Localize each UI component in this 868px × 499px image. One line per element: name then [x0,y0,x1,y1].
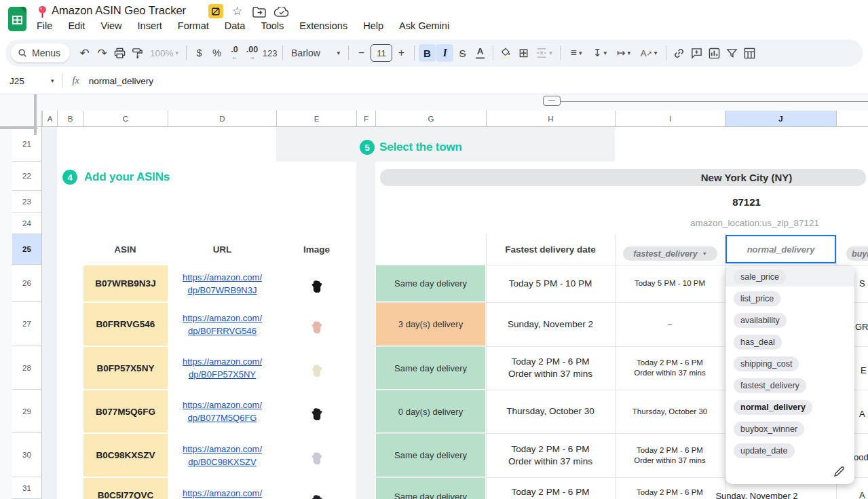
url-link[interactable]: https://amazon.com/ [183,271,262,284]
fastest-date-cell[interactable]: Thursday, October 30 [487,390,614,433]
url-cell[interactable]: https://amazon.com/ dp/B0FRRVG546 [169,302,276,346]
asin-cell[interactable]: B0C98KXSZV [83,434,168,477]
url-cell[interactable]: https://amazon.com/ dp/B07WRB9N3J [169,265,276,302]
asin-cell[interactable]: B0FRRVG546 [83,303,168,346]
image-cell[interactable] [277,346,356,390]
url-link[interactable]: https://amazon.com/ [183,487,262,499]
header-asin[interactable]: ASIN [83,234,167,265]
row-header-25[interactable]: 25 [12,234,42,265]
speed-cell[interactable]: Same day delivery [376,478,485,499]
document-title[interactable]: Amazon ASIN Geo Tracker [52,4,186,17]
move-folder-icon[interactable] [252,7,266,18]
url-link[interactable]: https://amazon.com/ [183,355,262,368]
dropdown-option-update-date[interactable]: update_date [734,443,795,458]
menu-format[interactable]: Format [176,20,210,32]
normal-delivery-cell[interactable]: – [616,302,724,346]
fastest-date-cell[interactable]: Today 2 PM - 6 PMOrder within 37 mins [487,433,614,477]
font-selector[interactable]: Barlow ▾ [287,44,344,62]
speed-cell[interactable]: Same day delivery [376,265,485,301]
font-size-input[interactable]: 11 [371,44,392,62]
normal-delivery-cell[interactable]: Thursday, October 30 [616,390,724,433]
undo-button[interactable]: ↶ [76,44,93,62]
speed-cell[interactable]: Same day delivery [376,347,485,389]
column-header-B[interactable]: B [57,111,83,127]
row-header-31[interactable]: 31 [12,477,42,499]
decrease-decimal-button[interactable]: .0 ← [226,44,243,62]
print-button[interactable] [111,44,128,62]
format-currency-button[interactable]: $ [191,44,208,62]
menu-extensions[interactable]: Extensions [298,20,349,32]
zip-code[interactable]: 87121 [679,196,814,208]
fastest-date-cell[interactable]: Today 2 PM - 6 PM [487,477,614,499]
fastest-date-cell[interactable]: Sunday, November 2 [487,302,614,346]
image-cell[interactable] [277,302,356,346]
header-buybox-col-partial[interactable]: buyb [846,246,868,261]
column-header-H[interactable]: H [486,111,615,127]
text-color-button[interactable]: A [472,44,489,62]
increase-font-size-button[interactable]: + [393,44,410,62]
name-box-chevron-icon[interactable]: ▾ [51,77,54,84]
url-link[interactable]: dp/B077M5Q6FG [188,411,257,424]
header-url[interactable]: URL [169,234,276,265]
horizontal-scroll-handle[interactable] [543,96,561,106]
borders-button[interactable]: ⊞ [515,44,532,62]
speed-cell[interactable]: Same day delivery [376,434,485,477]
menu-edit[interactable]: Edit [67,20,86,32]
location-code[interactable]: amazon_location:us_zip_87121 [670,218,839,228]
strikethrough-button[interactable]: S [454,44,471,62]
row-header-30[interactable]: 30 [12,433,42,477]
dropdown-option-normal-delivery[interactable]: normal_delivery [734,400,812,415]
macro-warning-badge[interactable] [208,4,223,18]
column-header-A[interactable]: A [42,111,57,127]
url-cell[interactable]: https://amazon.com/ dp/B077M5Q6FG [169,390,276,433]
url-link[interactable]: https://amazon.com/ [183,443,262,456]
horizontal-align-button[interactable]: ≡ ▾ [565,44,588,62]
dropdown-option-has-deal[interactable]: has_deal [734,335,782,350]
speed-cell[interactable]: 3 day(s) delivery [376,303,485,346]
merge-cells-button[interactable]: ▾ [533,44,556,62]
row-header-23[interactable]: 23 [12,191,42,212]
dropdown-option-shipping-cost[interactable]: shipping_cost [734,356,799,371]
cloud-saved-icon[interactable] [274,7,289,18]
url-link[interactable]: dp/B0FP57X5NY [189,368,256,381]
insert-link-button[interactable] [671,44,687,62]
column-header-E[interactable]: E [276,111,356,127]
menus-search-button[interactable]: Menus [11,43,70,62]
redo-button[interactable]: ↷ [94,44,111,62]
menu-insert[interactable]: Insert [136,20,164,32]
create-filter-button[interactable] [723,44,740,62]
url-link[interactable]: dp/B0C98KXSZV [188,456,256,468]
dropdown-option-buybox-winner[interactable]: buybox_winner [734,422,804,437]
asin-cell[interactable]: B07WRB9N3J [83,265,168,301]
row-header-27[interactable]: 27 [12,302,42,346]
menu-view[interactable]: View [99,20,123,32]
row-header-21[interactable]: 21 [12,127,42,162]
fill-color-button[interactable] [497,44,514,62]
url-cell[interactable]: https://amazon.com/ [169,477,276,499]
url-link[interactable]: dp/B0FRRVG546 [188,325,257,337]
asin-cell[interactable]: B0FP57X5NY [83,347,168,389]
zoom-control[interactable]: 100% ▾ [147,44,182,62]
speed-cell[interactable]: 0 day(s) delivery [376,390,485,432]
italic-button[interactable]: I [436,44,453,62]
corner-cell[interactable] [12,111,42,127]
dropdown-option-sale-price[interactable]: sale_price [734,270,786,284]
row-header-29[interactable]: 29 [12,390,42,433]
header-fastest-date[interactable]: Fastest delivery date [487,234,614,265]
row-header-28[interactable]: 28 [12,346,42,390]
url-cell[interactable]: https://amazon.com/ dp/B0FP57X5NY [169,346,276,390]
table-tools-button[interactable] [741,44,758,62]
horizontal-scroll-track[interactable] [551,101,868,102]
normal-delivery-cell[interactable]: Today 2 PM - 6 PMOrder within 37 mins [616,433,724,477]
column-header-C[interactable]: C [83,111,168,127]
more-formats-button[interactable]: 123 [261,44,278,62]
dropdown-option-list-price[interactable]: list_price [734,291,780,306]
insert-comment-button[interactable] [688,44,705,62]
sheets-logo-icon[interactable] [8,6,27,32]
row-header-26[interactable]: 26 [12,265,42,302]
url-link[interactable]: dp/B07WRB9N3J [188,284,257,297]
edit-pencil-icon[interactable] [833,466,845,477]
formula-input[interactable]: normal_delivery [89,76,153,86]
text-rotation-button[interactable]: A ↗ ▾ [636,44,662,62]
menu-data[interactable]: Data [223,20,247,32]
